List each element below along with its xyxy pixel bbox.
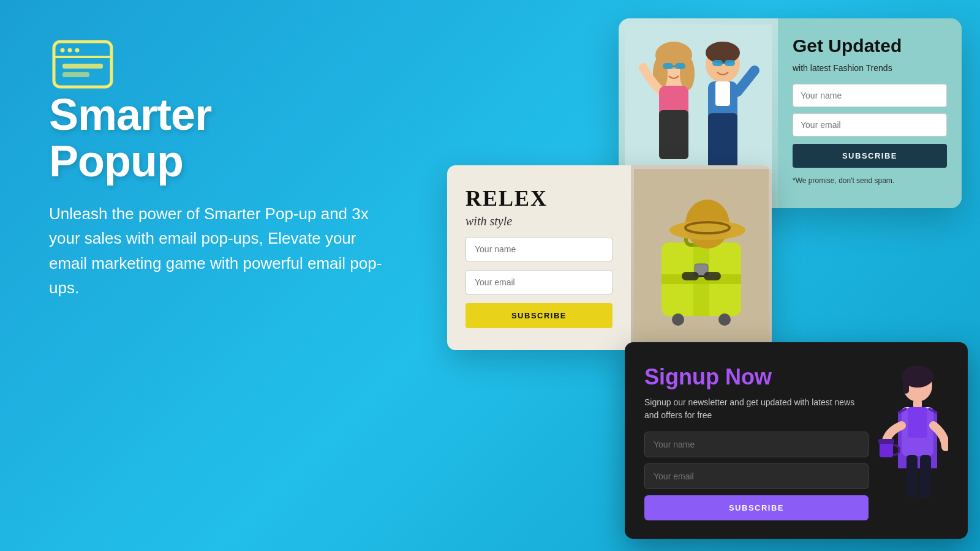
relex-brand: RELEX — [466, 187, 612, 209]
relex-card-image — [631, 165, 772, 350]
relex-popup-card: RELEX with style SUBSCRIBE — [447, 165, 772, 350]
fashion-spam-note: *We promise, don't send spam. — [793, 176, 947, 185]
fashion-card-content: Get Updated with latest Fashion Trends S… — [778, 18, 962, 208]
svg-point-33 — [718, 313, 731, 326]
signup-card-title: Signup Now — [644, 364, 869, 390]
logo-icon — [49, 37, 392, 92]
fashion-card-subtitle: with latest Fashion Trends — [793, 63, 947, 73]
svg-rect-24 — [715, 81, 730, 106]
svg-point-32 — [672, 313, 684, 326]
signup-name-input[interactable] — [644, 432, 869, 457]
svg-rect-38 — [682, 272, 699, 280]
svg-rect-20 — [725, 60, 735, 66]
svg-point-3 — [75, 48, 80, 53]
fashion-name-input[interactable] — [793, 84, 947, 107]
relex-email-input[interactable] — [466, 270, 612, 294]
fashion-card-title: Get Updated — [793, 36, 947, 56]
fashion-email-input[interactable] — [793, 113, 947, 137]
relex-name-input[interactable] — [466, 237, 612, 261]
svg-rect-12 — [663, 63, 673, 69]
svg-rect-43 — [903, 373, 909, 394]
signup-card-left: Signup Now Signup our newsletter and get… — [644, 364, 869, 520]
main-title: Smarter Popup — [49, 92, 392, 184]
svg-rect-52 — [920, 455, 931, 498]
svg-point-11 — [680, 56, 695, 91]
relex-tagline: with style — [466, 214, 612, 228]
svg-rect-44 — [913, 400, 922, 408]
svg-rect-23 — [708, 113, 737, 168]
svg-point-1 — [61, 48, 65, 53]
relex-card-content: RELEX with style SUBSCRIBE — [447, 165, 631, 350]
svg-rect-39 — [704, 272, 721, 280]
left-section: Smarter Popup Unleash the power of Smart… — [49, 37, 392, 300]
svg-rect-16 — [659, 110, 688, 159]
svg-rect-13 — [675, 63, 685, 69]
svg-point-18 — [706, 42, 740, 64]
signup-subscribe-button[interactable]: SUBSCRIBE — [644, 495, 869, 520]
svg-rect-46 — [908, 407, 927, 438]
svg-point-2 — [68, 48, 72, 53]
cards-area: Get Updated with latest Fashion Trends S… — [429, 0, 980, 551]
signup-card-right — [875, 364, 948, 499]
description: Unleash the power of Smarter Pop-up and … — [49, 201, 392, 300]
svg-rect-19 — [712, 60, 723, 66]
signup-card-description: Signup our newsletter and get updated wi… — [644, 396, 869, 422]
signup-popup-card: Signup Now Signup our newsletter and get… — [625, 342, 968, 539]
svg-rect-5 — [62, 64, 103, 69]
svg-rect-51 — [907, 455, 918, 498]
svg-rect-6 — [62, 72, 89, 77]
fashion-subscribe-button[interactable]: SUBSCRIBE — [793, 144, 947, 168]
relex-subscribe-button[interactable]: SUBSCRIBE — [466, 303, 612, 328]
signup-email-input[interactable] — [644, 463, 869, 489]
svg-rect-50 — [878, 439, 894, 444]
